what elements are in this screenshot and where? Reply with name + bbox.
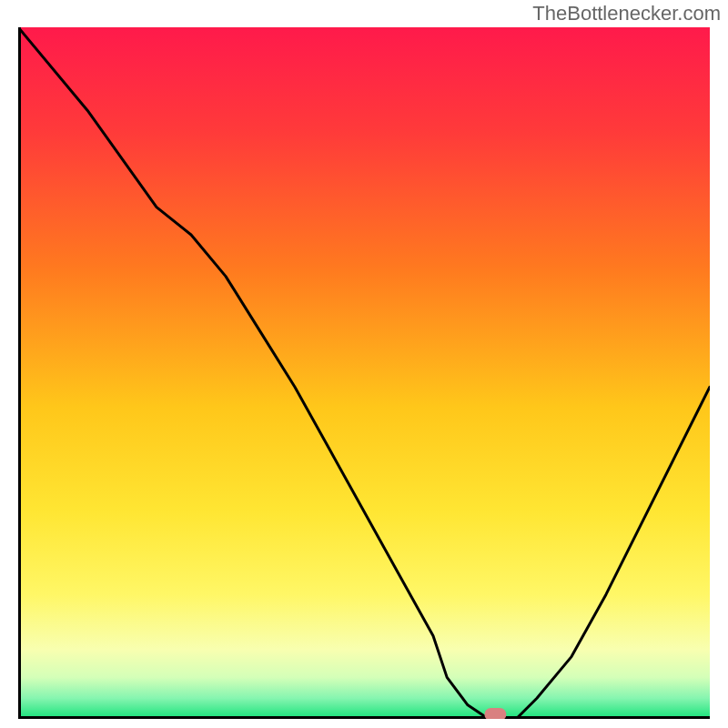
chart-svg [18,27,710,719]
watermark-text: TheBottlenecker.com [532,2,721,25]
plot-area [18,27,710,719]
optimum-marker [484,708,506,719]
chart-container: TheBottlenecker.com [0,0,728,728]
gradient-background [18,27,710,719]
